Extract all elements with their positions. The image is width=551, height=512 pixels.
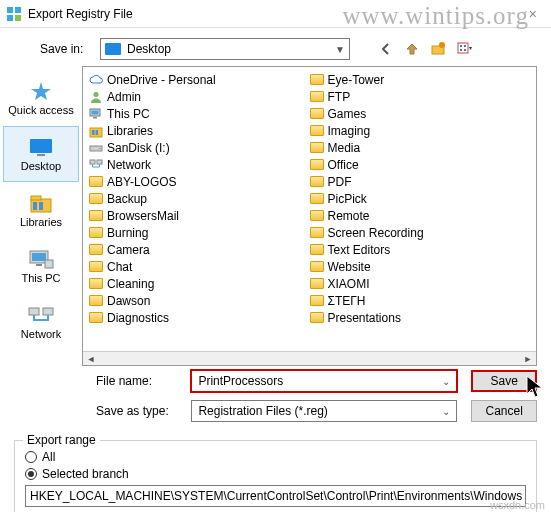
file-item-label: BrowsersMail: [107, 209, 179, 223]
scroll-right-icon[interactable]: ►: [520, 352, 536, 365]
folder-icon: [310, 142, 324, 153]
close-icon[interactable]: ×: [521, 6, 545, 22]
file-item-label: Games: [328, 107, 367, 121]
file-item-label: Burning: [107, 226, 148, 240]
file-item[interactable]: Eye-Tower: [310, 71, 531, 88]
svg-rect-2: [7, 15, 13, 21]
svg-rect-19: [36, 264, 42, 266]
file-item-label: Cleaning: [107, 277, 154, 291]
place-desktop[interactable]: Desktop: [3, 126, 79, 182]
file-item-label: Text Editors: [328, 243, 391, 257]
svg-rect-11: [30, 139, 52, 153]
folder-icon: [310, 295, 324, 306]
file-item[interactable]: Dawson: [89, 292, 310, 309]
file-item[interactable]: Office: [310, 156, 531, 173]
file-item-label: PDF: [328, 175, 352, 189]
horizontal-scrollbar[interactable]: ◄ ►: [83, 351, 536, 365]
svg-rect-20: [45, 260, 53, 268]
svg-rect-15: [33, 202, 37, 210]
file-item[interactable]: Screen Recording: [310, 224, 531, 241]
svg-rect-6: [458, 43, 468, 53]
file-item[interactable]: Media: [310, 139, 531, 156]
file-item-label: Dawson: [107, 294, 150, 308]
svg-rect-1: [15, 7, 21, 13]
file-item[interactable]: OneDrive - Personal: [89, 71, 310, 88]
file-item-label: Eye-Tower: [328, 73, 385, 87]
file-item[interactable]: Imaging: [310, 122, 531, 139]
file-item[interactable]: Burning: [89, 224, 310, 241]
file-item[interactable]: SanDisk (I:): [89, 139, 310, 156]
file-item[interactable]: Website: [310, 258, 531, 275]
file-item[interactable]: Backup: [89, 190, 310, 207]
place-libraries[interactable]: Libraries: [0, 182, 82, 238]
file-item[interactable]: Libraries: [89, 122, 310, 139]
file-item[interactable]: Text Editors: [310, 241, 531, 258]
file-item-label: Media: [328, 141, 361, 155]
file-item[interactable]: BrowsersMail: [89, 207, 310, 224]
file-item[interactable]: FTP: [310, 88, 531, 105]
quick-access-icon: [27, 80, 55, 102]
folder-icon: [310, 91, 324, 102]
file-item[interactable]: Presentations: [310, 309, 531, 326]
save-in-dropdown[interactable]: Desktop ▼: [100, 38, 350, 60]
folder-icon: [89, 210, 103, 221]
file-item-label: ΣΤΕΓΗ: [328, 294, 366, 308]
desktop-icon: [27, 136, 55, 158]
file-item[interactable]: Admin: [89, 88, 310, 105]
file-item-label: PicPick: [328, 192, 367, 206]
file-item[interactable]: Camera: [89, 241, 310, 258]
file-list-pane[interactable]: OneDrive - PersonalAdminThis PCLibraries…: [82, 66, 537, 366]
net-icon: [89, 158, 103, 172]
save-button[interactable]: Save: [471, 370, 537, 392]
new-folder-icon[interactable]: [430, 41, 446, 57]
radio-selected-branch[interactable]: Selected branch: [25, 467, 526, 481]
folder-icon: [89, 244, 103, 255]
file-item[interactable]: Cleaning: [89, 275, 310, 292]
file-item-label: Remote: [328, 209, 370, 223]
file-item-label: Diagnostics: [107, 311, 169, 325]
file-item[interactable]: PDF: [310, 173, 531, 190]
chevron-down-icon[interactable]: ⌄: [442, 376, 450, 387]
file-item[interactable]: Diagnostics: [89, 309, 310, 326]
body-row: Quick access Desktop Libraries This PC N…: [0, 66, 551, 366]
file-item[interactable]: This PC: [89, 105, 310, 122]
place-label: Libraries: [20, 216, 62, 228]
up-icon[interactable]: [404, 41, 420, 57]
svg-point-23: [94, 92, 99, 97]
file-item[interactable]: ΣΤΕΓΗ: [310, 292, 531, 309]
file-name-input[interactable]: PrintProcessors ⌄: [191, 370, 457, 392]
folder-icon: [310, 125, 324, 136]
save-in-label: Save in:: [40, 42, 90, 56]
svg-rect-3: [15, 15, 21, 21]
svg-rect-32: [90, 160, 95, 164]
radio-all[interactable]: All: [25, 450, 526, 464]
svg-rect-10: [464, 49, 466, 51]
chevron-down-icon[interactable]: ⌄: [442, 406, 450, 417]
footer-watermark: wsxdn.com: [490, 499, 545, 511]
file-item[interactable]: Chat: [89, 258, 310, 275]
place-this-pc[interactable]: This PC: [0, 238, 82, 294]
export-range-group: Export range All Selected branch HKEY_LO…: [14, 440, 537, 512]
place-network[interactable]: Network: [0, 294, 82, 350]
file-item[interactable]: Games: [310, 105, 531, 122]
file-item-label: Camera: [107, 243, 150, 257]
folder-icon: [310, 108, 324, 119]
titlebar: Export Registry File ×: [0, 0, 551, 28]
file-item[interactable]: Remote: [310, 207, 531, 224]
back-icon[interactable]: [378, 41, 394, 57]
file-item[interactable]: PicPick: [310, 190, 531, 207]
scroll-left-icon[interactable]: ◄: [83, 352, 99, 365]
file-item[interactable]: ABY-LOGOS: [89, 173, 310, 190]
folder-icon: [310, 74, 324, 85]
svg-rect-16: [39, 202, 43, 210]
place-quick-access[interactable]: Quick access: [0, 70, 82, 126]
view-menu-icon[interactable]: [456, 41, 472, 57]
file-item[interactable]: Network: [89, 156, 310, 173]
branch-path-input[interactable]: HKEY_LOCAL_MACHINE\SYSTEM\CurrentControl…: [25, 485, 526, 507]
file-item-label: Chat: [107, 260, 132, 274]
save-type-dropdown[interactable]: Registration Files (*.reg) ⌄: [191, 400, 457, 422]
file-item[interactable]: XIAOMI: [310, 275, 531, 292]
svg-rect-33: [97, 160, 102, 164]
file-item-label: XIAOMI: [328, 277, 370, 291]
cancel-button[interactable]: Cancel: [471, 400, 537, 422]
